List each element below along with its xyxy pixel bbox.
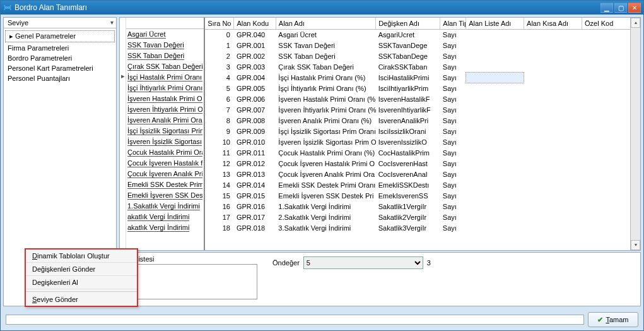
sidebar-item[interactable]: Bordro Parametreleri [4,53,116,63]
row-label[interactable]: İşveren İhtiyarlık Primi O [126,104,204,115]
ondeger-label: Öndeğer [272,259,300,267]
table-row[interactable]: 7GPR.007İşveren İhtiyarlık Primi Oranı (… [205,104,640,115]
ok-button[interactable]: ✔ Tamam [588,312,638,327]
table-row[interactable]: 10GPR.010İşveren İşsizlik Sigortası Prim… [205,136,640,147]
table-row[interactable]: 16GPR.0161.Sakatlık Vergi İndirimiSakatl… [205,201,640,212]
row-label[interactable]: SSK Tavan Değeri [126,40,204,51]
row-label[interactable]: Asgari Ücret [126,29,204,40]
context-menu-item[interactable]: Dinamik Tabloları Oluştur [26,250,137,263]
row-label[interactable]: Çocuk Hastalık Primi Ora [126,147,204,158]
table-row[interactable]: 15GPR.015Emekli İşveren SSK Destek PriEm… [205,190,640,201]
row-label[interactable]: Çocuk İşveren Analık Pri [126,169,204,179]
row-label[interactable]: akatlık Vergi İndirimi [126,222,204,233]
bottom-panel: jer Listesi Öndeğer 5 3 [119,252,641,306]
table-row[interactable]: 1GPR.001SSK Tavan DeğeriSSKTavanDegeSayı [205,40,640,51]
table-row[interactable]: 18GPR.0183.Sakatlık Vergi İndirimiSakatl… [205,222,640,233]
app-icon [3,3,12,12]
sidebar-item[interactable]: ▸ Genel Parametreler [5,30,115,42]
row-label[interactable]: Çırak SSK Taban Değeri [126,61,204,72]
data-grid[interactable]: ▸ Asgari ÜcretSSK Tavan DeğeriSSK Taban … [119,17,641,251]
context-menu[interactable]: Dinamik Tabloları OluşturDeğişkenleri Gö… [25,248,138,307]
table-row[interactable]: 14GPR.014Emekli SSK Destek Primi OranıEm… [205,179,640,190]
sidebar-item[interactable]: Personel Kart Parametreleri [4,63,116,73]
ondeger-select[interactable]: 5 [303,256,423,269]
sidebar-item[interactable]: Personel Puantajları [4,73,116,83]
context-menu-item[interactable]: Degişkenleri Al [26,276,137,289]
table-row[interactable]: 5GPR.005İşçi İhtiyarlık Primi Oranı (%)I… [205,83,640,93]
row-label[interactable]: 1.Sakatlık Vergi İndirimi [126,201,204,212]
table-row[interactable]: 13GPR.013Çocuk İşveren Analık Primi OraC… [205,169,640,179]
row-label[interactable]: SSK Taban Değeri [126,51,204,61]
scroll-up-icon[interactable]: ▴ [631,18,640,28]
list-textarea[interactable] [125,264,257,299]
table-row[interactable]: 12GPR.012Çocuk İşveren Hastalık Primi OC… [205,158,640,169]
table-row[interactable]: 3GPR.003Çırak SSK Taban DeğeriCirakSSKTa… [205,61,640,72]
table-row[interactable]: 4GPR.004İşçi Hastalık Primi Oranı (%)Isc… [205,72,640,83]
ok-label: Tamam [606,316,628,323]
window: Bordro Alan Tanımları ▁ ▢ ✕ Seviye ▸ Gen… [0,0,644,331]
sidebar-item[interactable]: Firma Parametreleri [4,43,116,53]
row-label[interactable]: İşçi Hastalık Primi Oranı ( [126,72,204,83]
scroll-down-icon[interactable]: ▾ [631,240,640,250]
check-icon: ✔ [597,316,603,324]
col-alan-kisa-adi[interactable]: Alan Kısa Adı [524,18,582,29]
sidebar-header[interactable]: Seviye [4,18,116,28]
window-title: Bordro Alan Tanımları [15,3,600,12]
col-sira-no[interactable]: Sıra No [205,18,234,29]
context-menu-item[interactable]: Seviye Gönder [26,291,137,306]
table-row[interactable]: 0GPR.040Asgari ÜcretAsgariUcretSayı [205,29,640,40]
list-label: jer Listesi [125,255,257,263]
row-label[interactable]: Çocuk İşveren Hastalık f [126,158,204,169]
table-row[interactable]: 17GPR.0172.Sakatlık Vergi İndirimiSakatl… [205,212,640,222]
table-row[interactable]: 6GPR.006İşveren Hastalık Primi Oranı (%)… [205,93,640,104]
row-label[interactable]: İşçi İhtiyarlık Primi Oranı [126,83,204,93]
minimize-button[interactable]: ▁ [600,3,613,13]
row-label[interactable]: Emekli SSK Destek Primi O [126,179,204,190]
ondeger-extra: 3 [427,259,431,267]
scrollbar-vertical[interactable]: ▴ ▾ [630,18,640,250]
table-row[interactable]: 9GPR.009İşçi İşsizlik Sigortası Prim Ora… [205,126,640,136]
close-button[interactable]: ✕ [628,3,641,13]
row-label[interactable]: İşçi İşsizlik Sigortası Prim [126,126,204,136]
table-row[interactable]: 8GPR.008İşveren Analık Primi Oranı (%)Is… [205,115,640,126]
context-menu-item[interactable]: Değişkenleri Gönder [26,263,137,276]
progress-bar [6,315,584,325]
row-label[interactable]: İşveren Hastalık Primi Or [126,93,204,104]
table-row[interactable]: 2GPR.002SSK Taban DeğeriSSKTabanDegeSayı [205,51,640,61]
titlebar[interactable]: Bordro Alan Tanımları ▁ ▢ ✕ [1,1,643,15]
row-label[interactable]: akatlık Vergi İndirimi [126,212,204,222]
row-label[interactable]: İşveren İşsizlik Sigortası [126,136,204,147]
col-alan-liste-adi[interactable]: Alan Liste Adı [466,18,524,29]
col-alan-tipi[interactable]: Alan Tipi [440,18,466,29]
row-label[interactable]: İşveren Analık Primi Ora [126,115,204,126]
row-label[interactable]: Emekli İşveren SSK Dest [126,190,204,201]
col-degisken-adi[interactable]: Değişken Adı [376,18,440,29]
col-alan-adi[interactable]: Alan Adı [276,18,375,29]
col-alan-kodu[interactable]: Alan Kodu [234,18,276,29]
table-row[interactable]: 11GPR.011Çocuk Hastalık Primi Oranı (%)C… [205,147,640,158]
maximize-button[interactable]: ▢ [614,3,627,13]
